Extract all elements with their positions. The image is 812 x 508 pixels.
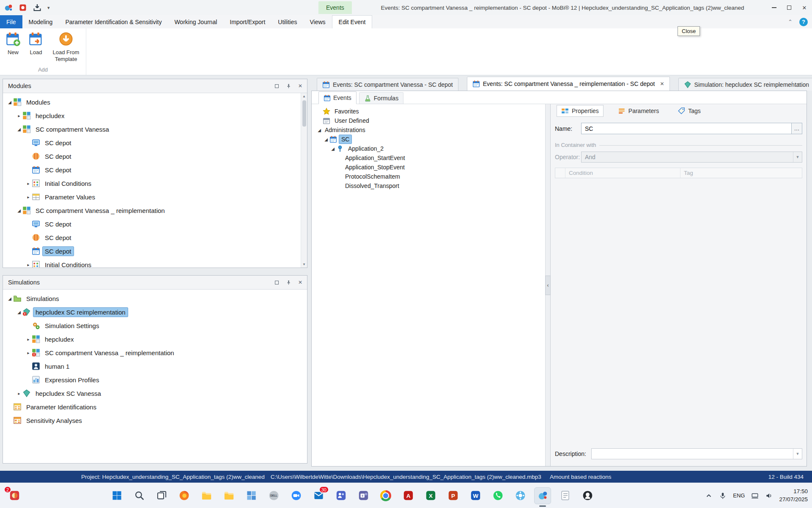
subtab-formulas[interactable]: Formulas — [359, 92, 403, 104]
expander-icon[interactable]: ◢ — [6, 100, 13, 105]
ribbon-tab-views[interactable]: Views — [303, 15, 332, 28]
file-explorer-icon[interactable] — [198, 487, 215, 504]
mobi-icon[interactable] — [534, 487, 551, 504]
hidden-icons-chevron-icon[interactable] — [705, 492, 713, 500]
pksim-icon[interactable] — [512, 487, 529, 504]
expander-icon[interactable]: ▸ — [25, 262, 32, 267]
language-indicator[interactable]: ENG — [733, 492, 745, 499]
tree-item-protocolschemaitem[interactable]: ProtocolSchemaItem — [314, 172, 545, 181]
panel-splitter[interactable]: ‹ — [545, 104, 551, 466]
word-icon[interactable]: W — [467, 487, 484, 504]
close-panel-icon[interactable]: ✕ — [297, 279, 304, 286]
tree-item-parameter-values[interactable]: ▸Parameter Values — [3, 190, 307, 204]
tree-item-sc-depot[interactable]: SC depot — [3, 231, 307, 244]
task-view-icon[interactable] — [153, 487, 170, 504]
scroll-down-icon[interactable]: ▼ — [302, 261, 306, 268]
collapse-panel-icon[interactable]: ‹ — [545, 276, 551, 295]
tree-item-favorites[interactable]: Favorites — [314, 107, 545, 116]
whatsapp-icon[interactable] — [489, 487, 506, 504]
tree-item-modules[interactable]: ◢Modules — [3, 95, 307, 109]
outlook-icon[interactable]: 30 — [310, 487, 327, 504]
ribbon-tab-working-journal[interactable]: Working Journal — [168, 15, 223, 28]
ribbon-button-load-from-template[interactable]: Load From Template — [49, 31, 83, 62]
scroll-up-icon[interactable]: ▲ — [302, 93, 306, 99]
widgets-icon[interactable]: 2 — [6, 487, 23, 504]
microphone-icon[interactable] — [719, 492, 727, 500]
ribbon-tab-import-export[interactable]: Import/Export — [223, 15, 272, 28]
start-icon[interactable] — [108, 487, 125, 504]
qat-dropdown-icon[interactable]: ▾ — [47, 5, 50, 11]
office-hub-icon[interactable] — [243, 487, 260, 504]
tree-item-sc-depot[interactable]: SC depot — [3, 149, 307, 163]
tree-item-hepcludex[interactable]: ▸hepcludex — [3, 332, 307, 346]
tag-column-header[interactable]: Tag — [680, 168, 802, 178]
expander-icon[interactable]: ▸ — [16, 113, 22, 118]
teams-icon[interactable] — [332, 487, 349, 504]
clock[interactable]: 17:50 27/07/2025 — [779, 488, 808, 503]
tree-item-sensitivity-analyses[interactable]: Sensitivity Analyses — [3, 414, 307, 427]
tree-item-parameter-identifications[interactable]: Parameter Identifications — [3, 400, 307, 414]
zoom-icon[interactable] — [288, 487, 304, 504]
powerpoint-icon[interactable]: P — [444, 487, 461, 504]
expander-icon[interactable]: ◢ — [323, 137, 329, 142]
expander-icon[interactable]: ◢ — [16, 310, 22, 315]
contextual-tab-group-label[interactable]: Events — [318, 1, 352, 14]
acrobat-icon[interactable]: A — [400, 487, 417, 504]
tree-item-administrations[interactable]: ◢Administrations — [314, 125, 545, 135]
properties-tab-tags[interactable]: Tags — [673, 105, 705, 116]
dell-icon[interactable]: DELL — [265, 487, 282, 504]
expander-icon[interactable]: ◢ — [16, 208, 22, 213]
search-icon[interactable] — [131, 487, 148, 504]
ellipsis-button[interactable]: … — [792, 123, 802, 134]
name-input[interactable] — [581, 123, 792, 134]
touch-keyboard-icon[interactable] — [751, 492, 759, 500]
properties-tab-properties[interactable]: Properties — [557, 105, 604, 117]
tree-item-sc-depot[interactable]: SC depot — [3, 136, 307, 149]
scrollbar-thumb[interactable] — [302, 100, 306, 127]
folder-icon[interactable] — [220, 487, 237, 504]
tree-item-sc-depot[interactable]: SC depot — [3, 217, 307, 231]
expander-icon[interactable]: ◢ — [6, 296, 13, 301]
scroll-tabs-left-icon[interactable]: ‹ — [791, 79, 793, 86]
maximize-panel-icon[interactable] — [273, 83, 280, 89]
tree-item-sc-depot[interactable]: SC depot — [3, 244, 307, 258]
pin-icon[interactable] — [285, 279, 292, 286]
expander-icon[interactable]: ▸ — [16, 391, 22, 396]
tree-item-sc-depot[interactable]: SC depot — [3, 163, 307, 177]
excel-icon[interactable]: X — [422, 487, 439, 504]
document-tab-events-sc-compartment-vanessa-reimplementation-sc-depot[interactable]: Events: SC compartment Vanessa _ reimple… — [467, 77, 670, 91]
tree-item-application-startevent[interactable]: Application_StartEvent — [314, 153, 545, 163]
tree-item-sc-compartment-vanessa-reimplementation[interactable]: ▸SC compartment Vanessa _ reimplementati… — [3, 346, 307, 359]
firefox-icon[interactable] — [176, 487, 192, 504]
tree-item-hepcludex-sc-reimplementation[interactable]: ◢hepcludex SC reimplementation — [3, 305, 307, 319]
tree-item-simulations[interactable]: ◢Simulations — [3, 292, 307, 305]
operator-dropdown[interactable]: And ▼ — [581, 152, 802, 163]
expander-icon[interactable]: ▸ — [25, 337, 32, 342]
tree-item-application-2[interactable]: ◢Application_2 — [314, 144, 545, 153]
expander-icon[interactable]: ▸ — [25, 181, 32, 186]
subtab-events[interactable]: Events — [318, 91, 357, 104]
tree-item-initial-conditions[interactable]: ▸Initial Conditions — [3, 258, 307, 268]
tree-item-sc[interactable]: ◢SC — [314, 135, 545, 144]
tree-item-application-stopevent[interactable]: Application_StopEvent — [314, 163, 545, 172]
tree-item-initial-conditions[interactable]: ▸Initial Conditions — [3, 177, 307, 190]
expander-icon[interactable]: ◢ — [329, 146, 336, 151]
minimize-button[interactable] — [766, 0, 782, 15]
tree-item-dissolved-transport[interactable]: Dissolved_Transport — [314, 181, 545, 190]
ribbon-button-load[interactable]: Load — [26, 31, 46, 56]
close-panel-icon[interactable]: ✕ — [297, 83, 304, 89]
teams-new-icon[interactable]: T — [355, 487, 372, 504]
close-tab-icon[interactable]: ✕ — [660, 81, 664, 87]
description-input[interactable]: ▼ — [591, 448, 802, 459]
pin-icon[interactable] — [285, 83, 292, 89]
tree-item-user-defined[interactable]: User Defined — [314, 116, 545, 125]
document-tab-events-sc-compartment-vanessa-sc-depot[interactable]: Events: SC compartment Vanessa - SC depo… — [317, 78, 458, 91]
qat-save-icon[interactable] — [33, 3, 41, 12]
tree-item-hepcludex-sc-vanessa[interactable]: ▸hepcludex SC Vanessa — [3, 387, 307, 400]
ribbon-tab-modeling[interactable]: Modeling — [22, 15, 59, 28]
expander-icon[interactable]: ▸ — [25, 351, 32, 355]
notepad-icon[interactable] — [557, 487, 573, 504]
tab-list-icon[interactable]: ⌄ — [797, 79, 802, 86]
close-button[interactable]: ✕ — [797, 0, 812, 15]
qat-red-tool-icon[interactable] — [19, 3, 27, 12]
